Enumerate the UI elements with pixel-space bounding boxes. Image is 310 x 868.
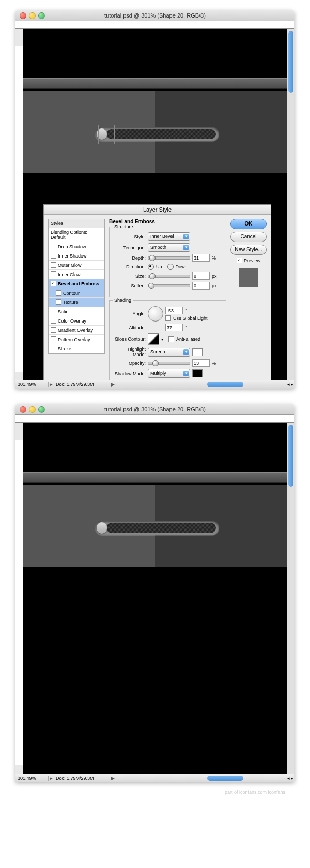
angle-dial[interactable] [148, 306, 163, 322]
soften-slider[interactable] [148, 284, 190, 287]
highlight-opacity-slider[interactable] [148, 362, 190, 365]
artwork-bar [23, 78, 287, 89]
photoshop-window-1: tutorial.psd @ 301% (Shape 20, RGB/8) La… [16, 10, 295, 389]
style-satin[interactable]: Satin [49, 307, 104, 316]
size-field[interactable] [192, 272, 210, 280]
ruler-horizontal[interactable] [16, 415, 295, 423]
minimize-icon[interactable] [29, 406, 36, 413]
contour-arrow-icon[interactable]: ▾ [161, 337, 163, 342]
statusbar-arrow-icon[interactable]: ▸ [49, 776, 54, 781]
styles-header: Styles [48, 219, 105, 228]
statusbar-arrow-icon[interactable]: ▸ [49, 382, 54, 387]
scrollbar-thumb[interactable] [288, 31, 293, 93]
preview-checkbox[interactable] [237, 258, 242, 263]
gloss-contour-picker[interactable] [148, 333, 159, 345]
titlebar[interactable]: tutorial.psd @ 301% (Shape 20, RGB/8) [16, 404, 295, 415]
doc-size[interactable]: Doc: 1.79M/29.3M [54, 776, 110, 781]
style-stroke[interactable]: Stroke [49, 344, 104, 353]
vertical-scrollbar[interactable] [287, 29, 295, 380]
direction-up-radio[interactable] [148, 264, 154, 270]
ruler-vertical[interactable] [16, 46, 23, 372]
artwork-pill [95, 521, 219, 535]
traffic-lights [16, 12, 45, 19]
style-inner-shadow[interactable]: Inner Shadow [49, 251, 104, 261]
style-outer-glow[interactable]: Outer Glow [49, 261, 104, 270]
doc-size[interactable]: Doc: 1.79M/29.3M [54, 382, 110, 387]
technique-select[interactable]: Smooth [148, 243, 190, 252]
depth-field[interactable] [192, 254, 210, 262]
zoom-level[interactable]: 301.49% [16, 776, 49, 781]
pill-texture [106, 523, 216, 533]
zoom-icon[interactable] [38, 406, 45, 413]
styles-column: Styles Blending Options: Default Drop Sh… [48, 219, 105, 380]
window-title: tutorial.psd @ 301% (Shape 20, RGB/8) [16, 12, 295, 19]
preview-swatch [239, 268, 258, 287]
direction-down-radio[interactable] [167, 264, 174, 270]
ruler-vertical[interactable] [16, 440, 23, 765]
highlight-opacity-field[interactable] [192, 359, 210, 367]
style-color-overlay[interactable]: Color Overlay [49, 316, 104, 326]
h-scrollbar-thumb[interactable] [207, 382, 243, 387]
canvas[interactable]: Layer Style Styles Blending Options: Def… [23, 29, 287, 380]
style-texture[interactable]: Texture [49, 298, 104, 307]
new-style-button[interactable]: New Style... [230, 245, 267, 255]
highlight-color-swatch[interactable] [192, 348, 203, 356]
zoom-level[interactable]: 301.49% [16, 382, 49, 387]
statusbar: 301.49% ▸ Doc: 1.79M/29.3M ▶ ◂▸ [16, 380, 295, 389]
style-contour[interactable]: Contour [49, 288, 104, 298]
angle-field[interactable] [165, 307, 183, 314]
ok-button[interactable]: OK [230, 219, 267, 229]
horizontal-scrollbar[interactable] [119, 775, 279, 782]
shadow-color-swatch[interactable] [192, 369, 203, 377]
global-light-checkbox[interactable] [165, 315, 171, 321]
depth-slider[interactable] [148, 256, 190, 260]
h-scrollbar-thumb[interactable] [207, 776, 243, 781]
expand-arrow-icon[interactable]: ▶ [110, 776, 115, 781]
size-slider[interactable] [148, 275, 190, 278]
titlebar[interactable]: tutorial.psd @ 301% (Shape 20, RGB/8) [16, 10, 295, 21]
style-select[interactable]: Inner Bevel [148, 232, 190, 241]
ruler-horizontal[interactable] [16, 21, 295, 29]
close-icon[interactable] [20, 406, 26, 413]
style-inner-glow[interactable]: Inner Glow [49, 270, 104, 279]
highlight-mode-select[interactable]: Screen [148, 348, 190, 357]
structure-fieldset: Structure Style:Inner Bevel Technique:Sm… [109, 227, 226, 297]
shadow-mode-select[interactable]: Multiply [148, 369, 190, 378]
styles-list: Blending Options: Default Drop Shadow In… [48, 228, 105, 354]
scroll-right-icon[interactable]: ▸ [291, 382, 293, 387]
horizontal-scrollbar[interactable] [119, 381, 279, 388]
dialog-buttons: OK Cancel New Style... Preview [230, 219, 267, 380]
scroll-right-icon[interactable]: ▸ [291, 776, 293, 781]
pill-cap [97, 522, 107, 534]
traffic-lights [16, 406, 45, 413]
style-blending-options[interactable]: Blending Options: Default [49, 228, 104, 242]
antialiased-checkbox[interactable] [168, 336, 174, 342]
altitude-field[interactable] [165, 324, 183, 331]
watermark-text: part of iconfans.com iconfans [10, 790, 300, 795]
statusbar: 301.49% ▸ Doc: 1.79M/29.3M ▶ ◂▸ [16, 774, 295, 782]
scroll-left-icon[interactable]: ◂ [287, 776, 290, 781]
vertical-scrollbar[interactable] [287, 423, 295, 774]
layer-style-dialog: Layer Style Styles Blending Options: Def… [43, 204, 271, 380]
structure-legend: Structure [113, 224, 135, 229]
style-gradient-overlay[interactable]: Gradient Overlay [49, 326, 104, 335]
soften-field[interactable] [192, 282, 210, 290]
selection-box[interactable] [98, 125, 115, 144]
pill-texture [106, 129, 216, 139]
cancel-button[interactable]: Cancel [230, 232, 267, 242]
style-drop-shadow[interactable]: Drop Shadow [49, 242, 104, 251]
window-title: tutorial.psd @ 301% (Shape 20, RGB/8) [16, 406, 295, 412]
settings-column: Bevel and Emboss Structure Style:Inner B… [109, 219, 226, 380]
zoom-icon[interactable] [38, 12, 45, 19]
expand-arrow-icon[interactable]: ▶ [110, 382, 115, 387]
artwork-bar [23, 472, 287, 483]
minimize-icon[interactable] [29, 12, 36, 19]
style-bevel-emboss[interactable]: Bevel and Emboss [49, 279, 104, 288]
canvas[interactable] [23, 423, 287, 774]
shading-legend: Shading [113, 298, 133, 303]
scroll-left-icon[interactable]: ◂ [287, 382, 290, 387]
scrollbar-thumb[interactable] [288, 425, 293, 487]
dialog-title[interactable]: Layer Style [44, 205, 271, 215]
style-pattern-overlay[interactable]: Pattern Overlay [49, 335, 104, 344]
close-icon[interactable] [20, 12, 26, 19]
